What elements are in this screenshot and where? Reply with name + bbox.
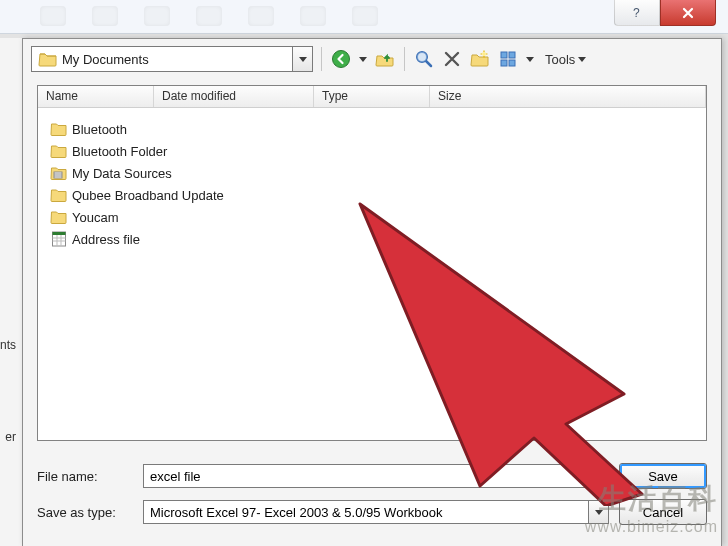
svg-point-4 (482, 52, 486, 56)
folder-icon (50, 120, 68, 138)
chevron-down-icon (595, 474, 603, 479)
window-title-buttons: ? (614, 0, 716, 26)
datasource-icon (50, 164, 68, 182)
file-row-label: Qubee Broadband Update (72, 188, 224, 203)
save-form: File name: Save Save as type: Cancel (37, 455, 707, 527)
folder-icon (50, 142, 68, 160)
help-icon: ? (630, 6, 644, 20)
delete-button[interactable] (441, 48, 463, 70)
left-hint-a: nts (0, 338, 20, 352)
tools-menu-label: Tools (545, 52, 575, 67)
help-button[interactable]: ? (614, 0, 660, 26)
file-row[interactable]: Address file (44, 228, 700, 250)
svg-rect-12 (509, 60, 515, 66)
search-icon (414, 49, 434, 69)
views-icon (498, 49, 518, 69)
filename-combo[interactable] (143, 464, 609, 488)
save-button[interactable]: Save (619, 463, 707, 489)
new-folder-icon (470, 49, 490, 69)
column-header-size[interactable]: Size (430, 86, 706, 107)
folder-icon (50, 208, 68, 226)
location-text: My Documents (62, 51, 292, 67)
left-panel-sliver: nts er (0, 38, 22, 546)
new-folder-button[interactable] (469, 48, 491, 70)
search-button[interactable] (413, 48, 435, 70)
column-header-date[interactable]: Date modified (154, 86, 314, 107)
file-row-label: Bluetooth Folder (72, 144, 167, 159)
cancel-button[interactable]: Cancel (619, 499, 707, 525)
svg-text:?: ? (633, 6, 640, 20)
left-hint-b: er (0, 430, 20, 444)
file-row[interactable]: Qubee Broadband Update (44, 184, 700, 206)
listing-header: Name Date modified Type Size (38, 86, 706, 108)
chevron-down-icon (578, 57, 586, 62)
up-one-level-button[interactable] (374, 48, 396, 70)
svg-rect-17 (53, 232, 66, 235)
file-row-label: My Data Sources (72, 166, 172, 181)
chevron-down-icon (359, 57, 367, 62)
back-icon (331, 49, 351, 69)
toolbar-divider (321, 47, 322, 71)
chevron-down-icon (526, 57, 534, 62)
chevron-down-icon (299, 57, 307, 62)
column-header-name[interactable]: Name (38, 86, 154, 107)
save-as-dialog: My Documents (22, 38, 722, 546)
savetype-label: Save as type: (37, 505, 143, 520)
views-button[interactable] (497, 48, 519, 70)
back-history-dropdown[interactable] (358, 57, 368, 62)
svg-point-1 (333, 51, 350, 68)
file-row[interactable]: Bluetooth (44, 118, 700, 140)
file-row-label: Youcam (72, 210, 119, 225)
views-dropdown[interactable] (525, 57, 535, 62)
chevron-down-icon (595, 510, 603, 515)
file-row[interactable]: Bluetooth Folder (44, 140, 700, 162)
svg-point-3 (417, 52, 427, 62)
back-button[interactable] (330, 48, 352, 70)
toolbar-divider (404, 47, 405, 71)
savetype-input[interactable] (144, 501, 588, 523)
file-row[interactable]: Youcam (44, 206, 700, 228)
file-listing: Name Date modified Type Size BluetoothBl… (37, 85, 707, 441)
delete-icon (443, 50, 461, 68)
svg-rect-10 (509, 52, 515, 58)
file-row-label: Address file (72, 232, 140, 247)
location-dropdown-button[interactable] (292, 47, 312, 71)
filename-dropdown-button[interactable] (588, 465, 608, 487)
close-icon (681, 6, 695, 20)
column-header-type[interactable]: Type (314, 86, 430, 107)
filename-input[interactable] (144, 465, 588, 487)
excel-icon (50, 230, 68, 248)
tools-menu[interactable]: Tools (541, 50, 590, 69)
svg-rect-13 (54, 172, 62, 178)
file-row-label: Bluetooth (72, 122, 127, 137)
close-button[interactable] (660, 0, 716, 26)
svg-rect-9 (501, 52, 507, 58)
folder-icon (50, 186, 68, 204)
svg-rect-11 (501, 60, 507, 66)
folder-icon (38, 49, 58, 69)
dialog-toolbar: My Documents (23, 39, 721, 79)
savetype-dropdown-button[interactable] (588, 501, 608, 523)
up-one-level-icon (375, 49, 395, 69)
savetype-combo[interactable] (143, 500, 609, 524)
file-row[interactable]: My Data Sources (44, 162, 700, 184)
filename-label: File name: (37, 469, 143, 484)
location-combo[interactable]: My Documents (31, 46, 313, 72)
